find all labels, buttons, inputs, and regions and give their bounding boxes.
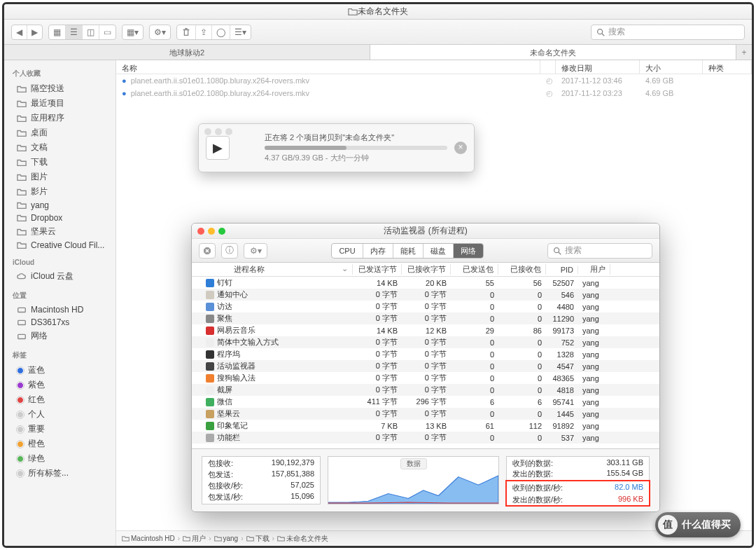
new-tab-button[interactable]: + xyxy=(736,45,752,60)
process-row[interactable]: 聚焦0 字节0 字节0011290yang xyxy=(192,312,659,324)
process-row[interactable]: 通知中心0 字节0 字节00546yang xyxy=(192,289,659,301)
sidebar-item[interactable]: iCloud 云盘 xyxy=(4,269,115,284)
path-segment[interactable]: yang xyxy=(214,535,239,542)
am-tab[interactable]: 内存 xyxy=(363,244,393,258)
inspect-button[interactable]: ⓘ xyxy=(221,243,238,259)
close-button[interactable] xyxy=(197,228,204,235)
am-col-header[interactable]: 已发送字节 xyxy=(353,264,402,275)
process-row[interactable]: 访达0 字节0 字节004480yang xyxy=(192,301,659,312)
process-row[interactable]: 截屏0 字节0 字节004818yang xyxy=(192,384,659,396)
icon-view[interactable]: ▦ xyxy=(49,25,66,39)
zoom-button[interactable] xyxy=(218,228,225,235)
am-search[interactable]: 搜索 xyxy=(547,243,652,259)
sidebar-tag[interactable]: 紫色 xyxy=(4,378,115,392)
process-row[interactable]: 活动监视器0 字节0 字节004547yang xyxy=(192,360,659,372)
tab-2[interactable]: 未命名文件夹 xyxy=(370,45,736,60)
path-segment[interactable]: 未命名文件夹 xyxy=(277,534,328,544)
sidebar-item[interactable]: 文稿 xyxy=(4,140,115,155)
trash-button[interactable] xyxy=(177,25,196,39)
tag-button[interactable]: ◯ xyxy=(212,25,230,39)
item-actions: ⇪ ◯ ☰▾ xyxy=(176,25,251,40)
am-table-header[interactable]: 进程名称⌄已发送字节已接收字节已发送包已接收包PID用户 xyxy=(192,263,659,277)
sidebar-tag[interactable]: 重要 xyxy=(4,422,115,436)
process-row[interactable]: 坚果云0 字节0 字节001445yang xyxy=(192,408,659,420)
sidebar-item[interactable]: 桌面 xyxy=(4,125,115,140)
path-bar[interactable]: Macintosh HD›用户›yang›下载›未命名文件夹 xyxy=(116,530,752,546)
more-button[interactable]: ☰▾ xyxy=(230,25,251,39)
sidebar-tag[interactable]: 蓝色 xyxy=(4,363,115,378)
process-row[interactable]: 功能栏0 字节0 字节00537yang xyxy=(192,432,659,444)
process-row[interactable]: 程序坞0 字节0 字节001328yang xyxy=(192,348,659,360)
col-size[interactable]: 大小 xyxy=(640,60,703,74)
tab-1[interactable]: 地球脉动2 xyxy=(4,45,370,60)
am-col-header[interactable]: 进程名称⌄ xyxy=(192,264,353,275)
col-name[interactable]: 名称 xyxy=(116,60,540,74)
column-view[interactable]: ◫ xyxy=(83,25,99,39)
col-kind[interactable]: 种类 xyxy=(703,60,752,74)
sidebar-item[interactable]: Creative Cloud Fil... xyxy=(4,239,115,252)
path-segment[interactable]: 用户 xyxy=(183,534,206,544)
file-row[interactable]: ●planet.earth.ii.s01e02.1080p.bluray.x26… xyxy=(116,87,752,99)
nav-back-forward[interactable]: ◀ ▶ xyxy=(11,25,43,40)
am-col-header[interactable]: 已接收字节 xyxy=(402,264,451,275)
action-menu[interactable]: ⚙▾ xyxy=(149,25,171,40)
am-col-header[interactable]: PID xyxy=(546,266,578,274)
cancel-copy-button[interactable]: × xyxy=(454,142,467,154)
sidebar-item[interactable]: Macintosh HD xyxy=(4,303,115,316)
am-tab[interactable]: 网络 xyxy=(454,244,483,258)
process-row[interactable]: 网易云音乐14 KB12 KB298699173yang xyxy=(192,324,659,336)
file-row[interactable]: ●planet.earth.ii.s01e01.1080p.bluray.x26… xyxy=(116,74,752,87)
sidebar-item[interactable]: 应用程序 xyxy=(4,111,115,125)
gallery-view[interactable]: ▭ xyxy=(99,25,115,39)
options-button[interactable]: ⚙▾ xyxy=(244,243,267,259)
group-menu[interactable]: ▦▾ xyxy=(122,25,144,40)
sidebar-item[interactable]: Dropbox xyxy=(4,212,115,224)
sidebar-item[interactable]: 图片 xyxy=(4,170,115,184)
stop-process-button[interactable] xyxy=(199,243,216,259)
sidebar-item[interactable]: 网络 xyxy=(4,329,115,343)
sidebar-item[interactable]: DS3617xs xyxy=(4,316,115,329)
am-tab[interactable]: 磁盘 xyxy=(424,244,454,258)
file-list-header[interactable]: 名称 修改日期 大小 种类 xyxy=(116,60,752,74)
path-segment[interactable]: 下载 xyxy=(246,534,270,544)
am-tab[interactable]: CPU xyxy=(332,244,363,258)
am-col-header[interactable]: 已发送包 xyxy=(451,264,498,275)
am-col-header[interactable]: 用户 xyxy=(578,264,610,275)
sidebar-item[interactable]: 坚果云 xyxy=(4,224,115,239)
process-row[interactable]: 微信411 字节296 字节6695741yang xyxy=(192,396,659,408)
process-row[interactable]: 印象笔记7 KB13 KB6111291892yang xyxy=(192,420,659,432)
search-field[interactable]: 搜索 xyxy=(591,25,745,40)
back-button[interactable]: ◀ xyxy=(12,25,27,39)
sidebar-tag[interactable]: 绿色 xyxy=(4,451,115,466)
minimize-button[interactable] xyxy=(208,228,215,235)
process-row[interactable]: 简体中文输入方式0 字节0 字节00752yang xyxy=(192,336,659,348)
sidebar-item[interactable]: 隔空投送 xyxy=(4,81,115,96)
sidebar-tag[interactable]: 所有标签... xyxy=(4,466,115,481)
sidebar-item[interactable]: 最近项目 xyxy=(4,96,115,111)
sidebar-tag[interactable]: 个人 xyxy=(4,407,115,422)
sidebar-tag[interactable]: 红色 xyxy=(4,392,115,407)
col-date[interactable]: 修改日期 xyxy=(556,60,640,74)
view-mode-group[interactable]: ▦ ☰ ◫ ▭ xyxy=(48,25,116,40)
sidebar-section-locations: 位置 xyxy=(4,288,115,303)
sidebar-tag[interactable]: 橙色 xyxy=(4,436,115,451)
am-process-list[interactable]: 钉钉14 KB20 KB555652507yang通知中心0 字节0 字节005… xyxy=(192,277,659,448)
am-tab-segment[interactable]: CPU内存能耗磁盘网络 xyxy=(331,243,483,259)
am-tab[interactable]: 能耗 xyxy=(393,244,424,258)
forward-button[interactable]: ▶ xyxy=(27,25,42,39)
sidebar-section-favorites: 个人收藏 xyxy=(4,66,115,81)
sidebar-item[interactable]: 影片 xyxy=(4,184,115,199)
stat-row: 包发送/秒:15,096 xyxy=(202,492,320,502)
sidebar-item[interactable]: 下载 xyxy=(4,155,115,170)
share-button[interactable]: ⇪ xyxy=(196,25,212,39)
tab-bar[interactable]: 地球脉动2 未命名文件夹 + xyxy=(4,45,752,60)
sidebar-item[interactable]: yang xyxy=(4,199,115,212)
list-view[interactable]: ☰ xyxy=(66,25,83,39)
am-col-header[interactable]: 已接收包 xyxy=(498,264,546,275)
process-row[interactable]: 搜狗输入法0 字节0 字节0048365yang xyxy=(192,372,659,384)
process-row[interactable]: 钉钉14 KB20 KB555652507yang xyxy=(192,277,659,289)
am-traffic-lights[interactable] xyxy=(197,228,225,235)
am-titlebar[interactable]: 活动监视器 (所有进程) xyxy=(192,224,659,239)
dialog-traffic-lights[interactable] xyxy=(204,128,232,135)
path-segment[interactable]: Macintosh HD xyxy=(122,535,175,542)
